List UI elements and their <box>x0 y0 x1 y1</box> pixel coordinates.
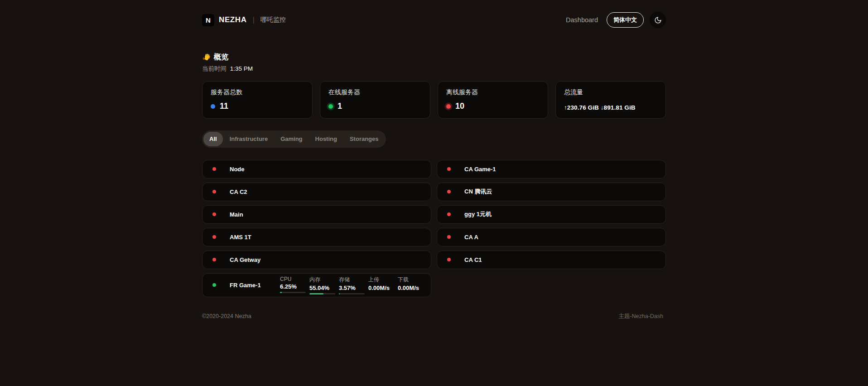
stat-card-label: 服务器总数 <box>211 88 304 96</box>
stat-card-value-row: ↑230.76 GiB ↓891.81 GiB <box>564 104 657 111</box>
progress-bar <box>309 293 335 294</box>
server-name: CA C1 <box>464 256 482 263</box>
server-stat: 上传 0.00M/s <box>368 276 394 294</box>
server-status-dot <box>447 190 451 193</box>
brand-logo[interactable]: N NEZHA | 哪吒监控 <box>202 14 286 26</box>
server-stat: 下载 0.00M/s <box>398 276 424 294</box>
server-row[interactable]: AMS 1T <box>202 228 431 246</box>
server-stat: CPU 6.25% <box>280 276 306 294</box>
stat-card-value: 10 <box>455 101 464 111</box>
brand-separator: | <box>253 15 255 24</box>
theme-credit-link[interactable]: 主题-Nezha-Dash <box>616 312 666 321</box>
server-stat-label: 存储 <box>339 276 365 284</box>
stat-card-value: 11 <box>220 101 228 111</box>
stat-card-value-row: 1 <box>328 101 422 111</box>
copyright-text: ©2020-2024 Nezha <box>202 313 251 319</box>
language-button[interactable]: 简体中文 <box>607 12 644 28</box>
overview-title-text: 概览 <box>214 53 228 62</box>
server-name: CA A <box>464 234 478 241</box>
server-stat-value: 6.25% <box>280 283 306 290</box>
overview-section: 概览 当前时间 1:35 PM <box>202 53 666 73</box>
server-status-dot <box>212 167 216 171</box>
stat-card: 服务器总数 11 <box>202 81 313 119</box>
brand-subtitle: 哪吒监控 <box>260 16 286 24</box>
tab-hosting[interactable]: Hosting <box>309 132 343 146</box>
server-row[interactable]: CA C1 <box>437 251 666 269</box>
server-name: FR Game-1 <box>230 282 261 289</box>
server-row[interactable]: CA Game-1 <box>437 160 666 179</box>
server-status-dot <box>212 235 216 239</box>
server-name: Node <box>230 166 245 173</box>
group-tabs: AllInfrastructureGamingHostingStoranges <box>202 130 386 148</box>
stat-card-value: 1 <box>338 101 342 111</box>
tab-storanges[interactable]: Storanges <box>344 132 385 146</box>
server-row[interactable]: CA A <box>437 228 666 246</box>
brand-name: NEZHA <box>219 15 247 24</box>
server-stat-label: 内存 <box>309 276 335 284</box>
header: N NEZHA | 哪吒监控 Dashboard 简体中文 <box>202 0 666 29</box>
header-actions: Dashboard 简体中文 <box>563 12 666 28</box>
moon-icon <box>654 16 662 24</box>
server-name: CA Getway <box>230 256 260 263</box>
server-row[interactable]: FR Game-1 CPU 6.25% 内存 55.04% 存储 3.57% 上… <box>202 273 431 297</box>
server-row[interactable]: CA Getway <box>202 251 431 269</box>
tab-gaming[interactable]: Gaming <box>275 132 308 146</box>
server-grid: Node CA Game-1 CA C2 CN 腾讯云 Main ggy 1元机… <box>202 160 666 297</box>
current-time: 当前时间 1:35 PM <box>202 65 666 73</box>
server-name: CA C2 <box>230 188 247 195</box>
server-status-dot <box>212 258 216 261</box>
status-dot <box>211 104 215 109</box>
server-name: ggy 1元机 <box>464 210 492 218</box>
status-dot <box>446 104 451 109</box>
server-stat-label: 上传 <box>368 276 394 284</box>
tab-infrastructure[interactable]: Infrastructure <box>224 132 274 146</box>
server-stat-value: 3.57% <box>339 285 365 291</box>
stat-card-label: 在线服务器 <box>328 88 422 96</box>
progress-bar <box>339 293 365 294</box>
footer: ©2020-2024 Nezha 主题-Nezha-Dash <box>202 312 666 348</box>
server-stat: 内存 55.04% <box>309 276 335 294</box>
logo-n-icon: N <box>202 14 214 26</box>
stat-card-value-row: 11 <box>211 101 304 111</box>
page-title: 概览 <box>202 53 666 62</box>
server-stat-value: 0.00M/s <box>368 285 394 291</box>
server-status-dot <box>447 167 451 171</box>
server-name: Main <box>230 211 243 218</box>
theme-toggle-button[interactable] <box>650 12 666 28</box>
server-name: CA Game-1 <box>464 166 496 173</box>
server-name: AMS 1T <box>230 234 251 241</box>
server-status-dot <box>212 190 216 193</box>
server-row[interactable]: Node <box>202 160 431 179</box>
server-status-dot <box>447 212 451 216</box>
progress-bar <box>280 292 306 293</box>
server-row[interactable]: CA C2 <box>202 183 431 201</box>
time-label: 当前时间 <box>202 65 227 72</box>
server-stats: CPU 6.25% 内存 55.04% 存储 3.57% 上传 0.00M/s … <box>280 276 424 294</box>
status-dot <box>328 104 333 109</box>
time-value: 1:35 PM <box>230 65 253 72</box>
server-row[interactable]: Main <box>202 205 431 224</box>
server-row[interactable]: ggy 1元机 <box>437 205 666 224</box>
server-name: CN 腾讯云 <box>464 188 492 196</box>
stat-cards: 服务器总数 11 在线服务器 1 离线服务器 10 总流量 ↑230.76 Gi… <box>202 81 666 119</box>
server-stat: 存储 3.57% <box>339 276 365 294</box>
tab-all[interactable]: All <box>203 132 223 146</box>
stat-card-label: 总流量 <box>564 88 657 96</box>
server-stat-value: 55.04% <box>309 285 335 291</box>
stat-card: 在线服务器 1 <box>320 81 430 119</box>
stat-card: 总流量 ↑230.76 GiB ↓891.81 GiB <box>555 81 666 119</box>
server-status-dot <box>212 283 216 287</box>
stat-card-value: ↑230.76 GiB ↓891.81 GiB <box>564 104 636 111</box>
server-status-dot <box>212 212 216 216</box>
server-row[interactable]: CN 腾讯云 <box>437 183 666 201</box>
wave-icon <box>202 53 211 62</box>
stat-card-value-row: 10 <box>446 101 540 111</box>
stat-card-label: 离线服务器 <box>446 88 540 96</box>
server-stat-value: 0.00M/s <box>398 285 424 291</box>
server-stat-label: CPU <box>280 276 306 282</box>
page-container: N NEZHA | 哪吒监控 Dashboard 简体中文 <box>202 0 666 348</box>
dashboard-link[interactable]: Dashboard <box>563 16 601 24</box>
server-stat-label: 下载 <box>398 276 424 284</box>
stat-card: 离线服务器 10 <box>438 81 548 119</box>
server-status-dot <box>447 235 451 239</box>
